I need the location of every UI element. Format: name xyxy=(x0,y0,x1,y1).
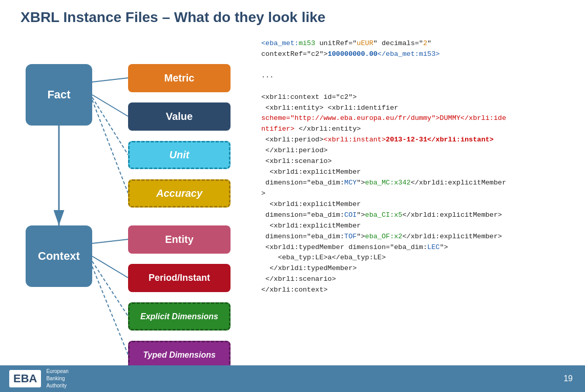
code-ntifier: ntifier> xyxy=(261,125,295,133)
code-coi-close: </xbrldi:explicitMember> xyxy=(402,211,502,219)
typed-dimensions-box: Typed Dimensions xyxy=(128,341,231,369)
svg-line-2 xyxy=(92,78,128,82)
svg-line-5 xyxy=(92,100,128,193)
code-explicit-close: </xbrldi:explicitMember xyxy=(411,179,506,187)
metric-label: Metric xyxy=(164,72,195,84)
code-line-7: ntifier> </xbrli:entity> xyxy=(261,124,574,135)
code-panel: <eba_met:mi53 unitRef="uEUR" decimals="2… xyxy=(261,38,574,356)
code-dec-pre: " decimals=" xyxy=(373,39,423,47)
code-ueur: uEUR xyxy=(357,39,373,47)
code-line-1: <eba_met:mi53 unitRef="uEUR" decimals="2… xyxy=(261,38,574,49)
code-tof-close: </xbrldi:explicitMember> xyxy=(402,233,502,240)
code-tag-open: <eba_met: xyxy=(261,39,299,47)
value-label: Value xyxy=(166,111,193,122)
code-tof-val: eba_OF:x2 xyxy=(365,233,403,240)
accuracy-label: Accuracy xyxy=(156,188,202,199)
code-dim-coi: COI xyxy=(344,211,357,219)
code-dim-mcy: MCY xyxy=(344,179,357,187)
accuracy-box: Accuracy xyxy=(128,179,231,208)
footer-logo: EBA xyxy=(9,370,41,387)
code-line-9: </xbrli:period> xyxy=(261,146,574,156)
entity-label: Entity xyxy=(165,234,194,245)
code-line-19: <eba_typ:LE>a</eba_typ:LE> xyxy=(261,253,574,263)
svg-line-7 xyxy=(92,256,128,278)
period-box: Period/Instant xyxy=(128,264,231,292)
fact-label: Fact xyxy=(47,88,70,101)
footer-page-number: 19 xyxy=(563,374,573,383)
code-line-3: ... xyxy=(261,71,574,81)
code-dim-coi-post: "> xyxy=(357,211,365,219)
code-line-15: dimension="eba_dim:COI">eba_CI:x5</xbrld… xyxy=(261,210,574,221)
code-line-16: <xbrldi:explicitMember xyxy=(261,221,574,232)
footer-org-line3: Authority xyxy=(46,382,68,389)
code-unitref-attr: unitRef=" xyxy=(315,39,357,47)
slide-container: XBRL Instance Files – What do they look … xyxy=(0,0,585,392)
code-period-open: <xbrli:period> xyxy=(261,136,324,143)
code-dim-tof-post: "> xyxy=(357,233,365,240)
explicit-dimensions-box: Explicit Dimensions xyxy=(128,302,231,331)
code-date: 2013-12-31</xbrli:instant> xyxy=(386,136,494,143)
code-line-13: > xyxy=(261,189,574,199)
code-typed-post: "> xyxy=(440,243,448,251)
code-line-11: <xbrldi:explicitMember xyxy=(261,167,574,178)
metric-box: Metric xyxy=(128,64,231,92)
code-line-18: <xbrldi:typedMember dimension="eba_dim:L… xyxy=(261,242,574,253)
svg-line-9 xyxy=(92,266,128,355)
slide-title: XBRL Instance Files – What do they look … xyxy=(20,9,325,26)
code-scheme: scheme="http://www.eba.europa.eu/fr/dumm… xyxy=(261,114,506,122)
fact-box: Fact xyxy=(26,64,92,126)
code-decimals: 2 xyxy=(423,39,427,47)
code-line-10: <xbrli:scenario> xyxy=(261,156,574,167)
footer-org-line2: Banking xyxy=(46,375,68,382)
code-close-tag: </eba_met:mi53> xyxy=(378,50,440,58)
code-line-8: <xbrli:period><xbrli:instant>2013-12-31<… xyxy=(261,135,574,146)
svg-line-6 xyxy=(92,239,128,243)
code-dim-post: "> xyxy=(357,179,365,187)
typed-label: Typed Dimensions xyxy=(143,350,216,360)
code-dim-coi-pre: dimension="eba_dim: xyxy=(261,211,344,219)
code-line-20: </xbrldi:typedMember> xyxy=(261,263,574,274)
svg-line-4 xyxy=(92,97,128,155)
code-line-6: scheme="http://www.eba.europa.eu/fr/dumm… xyxy=(261,113,574,124)
code-dim-tof-pre: dimension="eba_dim: xyxy=(261,233,344,240)
period-label: Period/Instant xyxy=(149,273,210,283)
entity-box: Entity xyxy=(128,225,231,254)
code-dim-pre: dimension="eba_dim: xyxy=(261,179,344,187)
code-dim-tof: TOF xyxy=(344,233,357,240)
code-line-17: dimension="eba_dim:TOF">eba_OF:x2</xbrld… xyxy=(261,232,574,242)
code-ctxref: contextRef="c2"> xyxy=(261,50,328,58)
svg-line-8 xyxy=(92,261,128,316)
footer: EBA European Banking Authority 19 xyxy=(0,365,585,392)
code-line-21: </xbrli:scenario> xyxy=(261,274,574,285)
code-line-2: contextRef="c2">100000000.00</eba_met:mi… xyxy=(261,49,574,60)
footer-org-line1: European xyxy=(46,368,68,375)
code-typed-open: <xbrldi:typedMember dimension="eba_dim: xyxy=(261,243,427,251)
context-box: Context xyxy=(26,225,92,287)
code-line-5: <xbrli:entity> <xbrli:identifier xyxy=(261,103,574,114)
value-box: Value xyxy=(128,102,231,131)
code-value: 100000000.00 xyxy=(328,50,378,58)
code-instant-open: <xbrli:instant> xyxy=(324,136,386,143)
diagram-area: Fact Context Metric Value Unit Accuracy … xyxy=(15,36,271,374)
code-line-4: <xbrli:context id="c2"> xyxy=(261,92,574,103)
code-entity-close: </xbrli:entity> xyxy=(295,125,361,133)
code-line-14: <xbrldi:explicitMember xyxy=(261,199,574,210)
unit-label: Unit xyxy=(170,149,190,161)
footer-org: European Banking Authority xyxy=(46,368,68,389)
code-coi-val: eba_CI:x5 xyxy=(365,211,403,219)
code-dim-lec: LEC xyxy=(427,243,440,251)
code-line-22: </xbrli:context> xyxy=(261,285,574,296)
code-line-12: dimension="eba_dim:MCY">eba_MC:x342</xbr… xyxy=(261,178,574,189)
explicit-label: Explicit Dimensions xyxy=(140,312,218,321)
unit-box: Unit xyxy=(128,141,231,169)
code-metric-name: mi53 xyxy=(299,39,315,47)
code-dec-post: " xyxy=(427,39,431,47)
code-mcy-val: eba_MC:x342 xyxy=(365,179,411,187)
svg-line-3 xyxy=(92,95,128,116)
context-label: Context xyxy=(38,250,80,263)
